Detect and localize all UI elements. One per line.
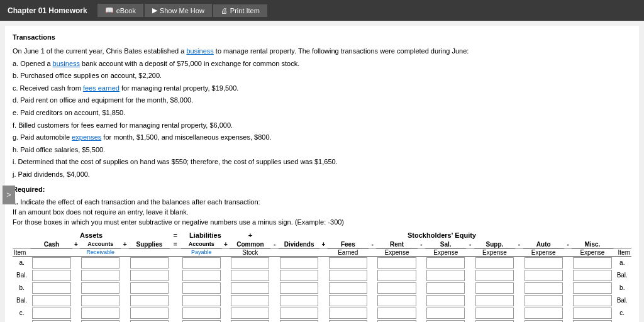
col-ar-sub: Receivable	[80, 248, 121, 256]
col-op6-sub	[369, 248, 377, 256]
bal2-fees[interactable]	[329, 295, 367, 306]
bal1-ar[interactable]	[81, 270, 119, 281]
row-c-ar[interactable]	[81, 308, 119, 319]
bal2-supplies[interactable]	[130, 295, 169, 306]
section-title: Transactions	[13, 33, 631, 41]
col-stock-sub: Stock	[230, 248, 270, 256]
row-b-sal[interactable]	[426, 282, 465, 294]
row-b-auto[interactable]	[525, 282, 563, 294]
problem-intro: On June 1 of the current year, Chris Bat…	[13, 46, 631, 180]
bal1-div[interactable]	[280, 270, 318, 281]
row-a-supp2[interactable]	[475, 257, 514, 269]
row-c-sal[interactable]	[426, 308, 465, 319]
bal1-cash[interactable]	[32, 270, 70, 281]
nav-arrow-button[interactable]: >	[3, 186, 15, 204]
row-b-supp2[interactable]	[475, 282, 514, 294]
col-op2-sub	[121, 248, 129, 256]
bal3-fees[interactable]	[329, 320, 367, 322]
main-content: > Transactions On June 1 of the current …	[5, 26, 639, 322]
bal1-fees[interactable]	[329, 270, 367, 281]
bal3-auto[interactable]	[525, 320, 563, 322]
bal1-ap[interactable]	[182, 270, 221, 281]
row-a-stock[interactable]	[231, 257, 269, 269]
bal2-stock[interactable]	[231, 295, 269, 306]
trans-a: a. Opened a business bank account with a…	[13, 58, 631, 70]
row-b-fees[interactable]	[329, 282, 367, 294]
bal3-ap[interactable]	[182, 320, 221, 322]
row-b-supplies[interactable]	[130, 282, 169, 294]
trans-g: g. Paid automobile expenses for month, $…	[13, 132, 631, 143]
print-item-button[interactable]: 🖨 Print Item	[213, 4, 267, 17]
row-c-ap[interactable]	[182, 308, 221, 319]
col-sal-header: Sal.	[425, 240, 466, 249]
row-c-supplies[interactable]	[130, 308, 169, 319]
row-c-misc[interactable]	[573, 308, 611, 319]
row-a-cash[interactable]	[32, 257, 70, 269]
trans-b: b. Purchased office supplies on account,…	[13, 70, 631, 82]
row-a-auto[interactable]	[525, 257, 563, 269]
row-b-div[interactable]	[280, 282, 318, 294]
bal3-ar[interactable]	[81, 320, 119, 322]
bal3-sal[interactable]	[426, 320, 465, 322]
row-c-div[interactable]	[280, 308, 318, 319]
row-b-cash[interactable]	[32, 282, 70, 294]
bal3-cash[interactable]	[32, 320, 70, 322]
row-b-stock[interactable]	[231, 282, 269, 294]
row-a-fees[interactable]	[329, 257, 367, 269]
bal2-supp2[interactable]	[475, 295, 514, 306]
bal1-auto[interactable]	[525, 270, 563, 281]
row-a-rent[interactable]	[377, 257, 416, 269]
col-supp-header: Supplies	[129, 240, 170, 249]
bal1-sal[interactable]	[426, 270, 465, 281]
ebook-button[interactable]: 📖 eBook	[97, 4, 143, 17]
row-b-ap[interactable]	[182, 282, 221, 294]
table-row: Bal.	[13, 319, 631, 322]
business-link[interactable]: business	[186, 47, 213, 55]
bal2-misc[interactable]	[573, 295, 611, 306]
bal3-div[interactable]	[280, 320, 318, 322]
row-c-cash[interactable]	[32, 308, 70, 319]
bal2-cash[interactable]	[32, 295, 70, 306]
row-c-fees[interactable]	[329, 308, 367, 319]
bal2-rent[interactable]	[377, 295, 416, 306]
bal1-misc[interactable]	[573, 270, 611, 281]
bal1-stock[interactable]	[231, 270, 269, 281]
bal3-supplies[interactable]	[130, 320, 169, 322]
bal1-supp2[interactable]	[475, 270, 514, 281]
bal3-rent[interactable]	[377, 320, 416, 322]
expenses-link[interactable]: expenses	[72, 133, 101, 141]
row-b-ar[interactable]	[81, 282, 119, 294]
bal2-ap[interactable]	[182, 295, 221, 306]
bal1-rent[interactable]	[377, 270, 416, 281]
row-c-supp2[interactable]	[475, 308, 514, 319]
col-cash-header: Cash	[31, 240, 72, 249]
col-op10-sub	[564, 248, 572, 256]
row-c-stock[interactable]	[231, 308, 269, 319]
bal1-supplies[interactable]	[130, 270, 169, 281]
row-a-div[interactable]	[280, 257, 318, 269]
col-ap-sub: Payable	[181, 248, 222, 256]
bal3-stock[interactable]	[231, 320, 269, 322]
bal2-div[interactable]	[280, 295, 318, 306]
row-a-ar[interactable]	[81, 257, 119, 269]
row-b-misc[interactable]	[573, 282, 611, 294]
col-rent-sub: Expense	[376, 248, 417, 256]
bal3-misc[interactable]	[573, 320, 611, 322]
bal3-supp2[interactable]	[475, 320, 514, 322]
required-label: Required:	[13, 186, 631, 193]
row-c-rent[interactable]	[377, 308, 416, 319]
row-a-sal[interactable]	[426, 257, 465, 269]
bal2-ar[interactable]	[81, 295, 119, 306]
show-me-how-button[interactable]: ▶ Show Me How	[145, 4, 212, 17]
row-a-ap[interactable]	[182, 257, 221, 269]
row-a-misc[interactable]	[573, 257, 611, 269]
row-b-rent[interactable]	[377, 282, 416, 294]
business-link-a[interactable]: business	[53, 60, 80, 67]
row-a-supplies[interactable]	[130, 257, 169, 269]
fees-earned-link[interactable]: fees earned	[83, 84, 119, 92]
bal2-auto[interactable]	[525, 295, 563, 306]
row-c-auto[interactable]	[525, 308, 563, 319]
row-b-label: b.	[13, 282, 31, 294]
bal2-sal[interactable]	[426, 295, 465, 306]
bal2-label: Bal.	[13, 294, 31, 307]
